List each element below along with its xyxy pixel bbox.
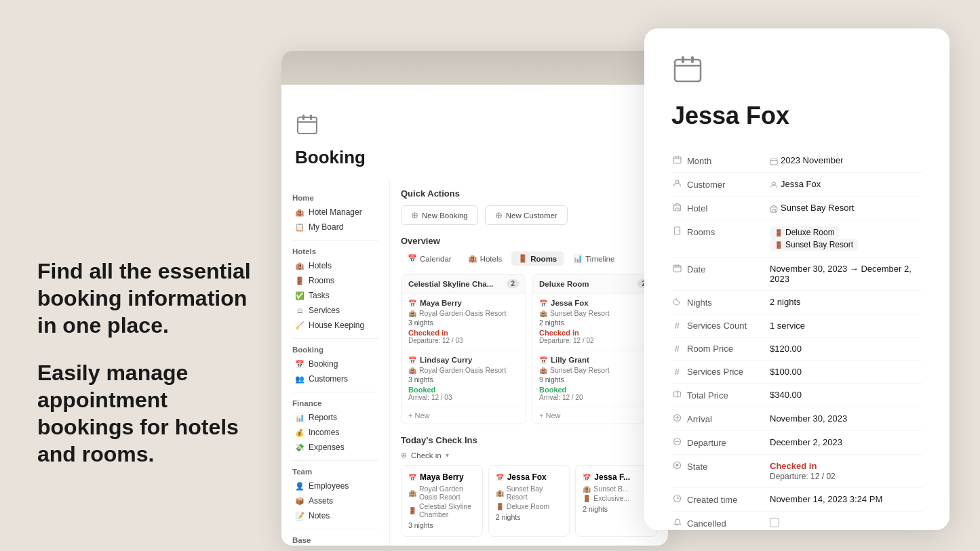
field-label-text: Month	[687, 156, 711, 166]
add-new-room-row[interactable]: + New	[532, 407, 656, 424]
booking-status: Checked in	[539, 329, 650, 337]
detail-label-hotel: Hotel	[671, 203, 770, 213]
rooms-grid: Celestial Skyline Cha... 2 📅 Maya Berry …	[401, 274, 657, 424]
hotel-icon-sm: 🏨	[539, 367, 547, 374]
tab-timeline[interactable]: 📊 Timeline	[566, 251, 621, 266]
sidebar-label: Reports	[309, 413, 337, 422]
sidebar-item-assets[interactable]: 📦Assets	[292, 493, 378, 508]
checkin-card-0[interactable]: 📅 Maya Berry 🏨 Royal Garden Oasis Resort…	[401, 465, 483, 537]
field-label-text: Total Price	[687, 390, 728, 401]
rooms-tab-icon: 🚪	[518, 254, 528, 263]
detail-label-cancelled: Cancelled	[671, 518, 770, 529]
field-value-container: $120.00	[770, 344, 922, 354]
checkin-card-1[interactable]: 📅 Jessa Fox 🏨 Sunset Bay Resort 🚪 Deluxe…	[488, 465, 570, 537]
quick-actions-row: ⊕ New Booking ⊕ New Customer	[401, 205, 657, 225]
detail-row-cancelled: Cancelled	[671, 512, 922, 530]
calendar-icon	[295, 112, 319, 136]
checkin-name: 📅 Maya Berry	[408, 472, 475, 482]
sidebar-label: Incomes	[309, 428, 339, 437]
sidebar-item-booking[interactable]: 📅Booking	[292, 356, 378, 371]
sidebar-item-house-keeping[interactable]: 🧹House Keeping	[292, 318, 378, 333]
svg-point-19	[678, 230, 680, 232]
sidebar-icon: 💸	[295, 443, 305, 452]
sidebar-item-notes[interactable]: 📝Notes	[292, 508, 378, 523]
headline-1: Find all the essential booking informati…	[37, 258, 261, 339]
detail-label-room-price: # Room Price	[671, 344, 770, 354]
field-value-container: Jessa Fox	[770, 179, 922, 189]
booking-card-1-1[interactable]: 📅 Lilly Grant 🏨 Sunset Bay Resort 9 nigh…	[532, 350, 656, 407]
sidebar-label: House Keeping	[309, 321, 364, 330]
tab-calendar[interactable]: 📅 Calendar	[401, 251, 458, 266]
sidebar-label: Rooms	[309, 276, 334, 285]
field-value-container: $100.00	[770, 367, 922, 377]
booking-name: 📅 Jessa Fox	[539, 299, 650, 307]
left-text-block: Find all the essential booking informati…	[37, 258, 261, 468]
detail-row-customer: Customer Jessa Fox	[671, 173, 922, 197]
sidebar-icon: 📋	[295, 223, 305, 232]
field-label-text: Rooms	[687, 227, 715, 237]
sidebar-item-customers[interactable]: 👥Customers	[292, 371, 378, 386]
new-customer-button[interactable]: ⊕ New Customer	[485, 205, 568, 225]
room-tag: 🚪Sunset Bay Resort	[770, 239, 858, 251]
tab-hotels[interactable]: 🏨 Hotels	[461, 251, 509, 266]
field-icon: #	[671, 344, 682, 354]
sidebar-item-hotel-manager[interactable]: 🏨Hotel Manager	[292, 205, 378, 220]
sidebar-item-services[interactable]: 🛎Services	[292, 303, 378, 318]
field-value-container: November 30, 2023 → December 2, 2023	[770, 264, 922, 284]
checkin-filter-label[interactable]: Check in	[411, 451, 442, 460]
sidebar-item-tasks[interactable]: ✅Tasks	[292, 288, 378, 303]
sidebar-item-incomes[interactable]: 💰Incomes	[292, 425, 378, 440]
detail-label-departure: Departure	[671, 437, 770, 448]
field-value-container: 🚪Deluxe Room🚪Sunset Bay Resort	[770, 226, 922, 251]
room-col-header-0: Celestial Skyline Cha... 2	[401, 274, 526, 293]
cancelled-checkbox[interactable]	[770, 518, 779, 527]
detail-label-customer: Customer	[671, 179, 770, 190]
sidebar-item-employees[interactable]: 👤Employees	[292, 478, 378, 493]
svg-rect-12	[770, 159, 777, 165]
booking-card-0-0[interactable]: 📅 Maya Berry 🏨 Royal Garden Oasis Resort…	[401, 293, 526, 350]
field-value-container: November 14, 2023 3:24 PM	[770, 494, 922, 504]
sidebar-label: Tasks	[309, 291, 330, 300]
booking-card-0-1[interactable]: 📅 Lindsay Curry 🏨 Royal Garden Oasis Res…	[401, 350, 526, 407]
booking-status: Booked	[408, 386, 519, 394]
detail-row-hotel: Hotel Sunset Bay Resort	[671, 197, 922, 220]
field-label-text: Services Count	[687, 321, 747, 331]
checkin-resort: 🏨 Royal Garden Oasis Resort	[408, 485, 475, 501]
booking-panel: Booking Home🏨Hotel Manager📋My BoardHotel…	[281, 51, 668, 546]
sidebar-item-hotels[interactable]: 🏨Hotels	[292, 258, 378, 273]
checkin-hotel-icon: 🏨	[408, 489, 416, 497]
checkin-room-icon: 🚪	[408, 507, 416, 514]
sidebar-section-base: Base	[292, 536, 378, 544]
field-icon	[671, 264, 682, 274]
add-checkin-2[interactable]: + New	[532, 542, 657, 546]
booking-card-1-0[interactable]: 📅 Jessa Fox 🏨 Sunset Bay Resort 2 nights…	[532, 293, 656, 350]
new-booking-button[interactable]: ⊕ New Booking	[401, 205, 478, 225]
booking-name: 📅 Lindsay Curry	[408, 356, 519, 364]
field-value-with-icon: Jessa Fox	[770, 179, 821, 189]
checkins-title: Today's Check Ins	[401, 435, 477, 445]
detail-row-services-count: # Services Count 1 service	[671, 314, 922, 338]
field-value: November 14, 2023 3:24 PM	[770, 494, 882, 504]
room-tag: 🚪Deluxe Room	[770, 226, 840, 239]
sidebar-item-rooms[interactable]: 🚪Rooms	[292, 273, 378, 288]
detail-row-month: Month 2023 November	[671, 149, 922, 173]
field-label-text: Services Price	[687, 367, 743, 377]
field-value-container: December 2, 2023	[770, 437, 922, 447]
field-value: November 30, 2023	[770, 413, 847, 424]
add-checkin-1[interactable]: + New	[401, 542, 526, 546]
checkin-cal-icon: 📅	[496, 474, 504, 481]
svg-rect-7	[691, 56, 694, 63]
sidebar-item-my-board[interactable]: 📋My Board	[292, 220, 378, 234]
checkin-filter-chevron: ▾	[446, 451, 449, 459]
room-col-title: Celestial Skyline Cha...	[408, 280, 493, 288]
tab-rooms[interactable]: 🚪 Rooms	[511, 251, 564, 266]
add-new-room-row[interactable]: + New	[401, 407, 526, 424]
sidebar-icon: 👤	[295, 482, 305, 491]
svg-rect-20	[673, 266, 681, 272]
detail-label-rooms: Rooms	[671, 226, 770, 237]
field-icon: #	[671, 367, 682, 377]
sidebar-item-reports[interactable]: 📊Reports	[292, 410, 378, 425]
sidebar-icon: 👥	[295, 375, 305, 384]
sidebar-item-expenses[interactable]: 💸Expenses	[292, 440, 378, 455]
cal-icon-sm: 📅	[408, 300, 416, 307]
